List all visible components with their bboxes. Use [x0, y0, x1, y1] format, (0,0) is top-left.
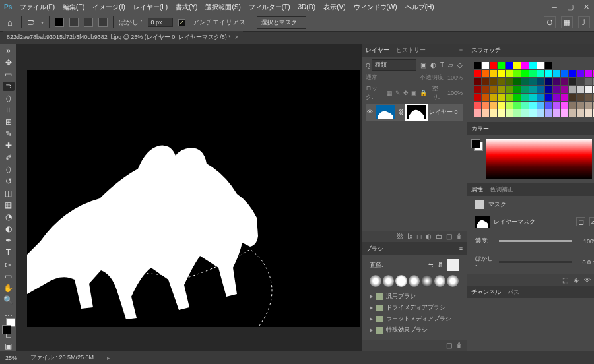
- color-fgbg[interactable]: [471, 139, 483, 151]
- lock-position-icon[interactable]: ✥: [403, 90, 409, 96]
- menu-image[interactable]: イメージ(I): [92, 3, 125, 12]
- selection-mode-intersect[interactable]: [98, 18, 108, 27]
- swatch[interactable]: [561, 102, 568, 109]
- swatch[interactable]: [577, 109, 584, 117]
- swatch[interactable]: [498, 70, 505, 77]
- zoom-tool[interactable]: 🔍: [3, 295, 15, 305]
- swatch[interactable]: [577, 78, 584, 85]
- pixel-mask-icon[interactable]: ◻: [576, 217, 585, 226]
- share-icon[interactable]: ⤴: [578, 16, 590, 28]
- swatch[interactable]: [513, 70, 521, 77]
- group-icon[interactable]: 🗀: [436, 233, 442, 240]
- blend-mode-select[interactable]: 通常: [366, 73, 378, 82]
- select-and-mask-button[interactable]: 選択とマスク...: [257, 16, 307, 29]
- swatch[interactable]: [521, 62, 529, 69]
- swatch[interactable]: [506, 94, 513, 101]
- swatch[interactable]: [506, 78, 513, 85]
- link-icon[interactable]: ⛓: [398, 109, 404, 115]
- swatch[interactable]: [553, 109, 560, 117]
- menu-layer[interactable]: レイヤー(L): [133, 3, 168, 12]
- swatch[interactable]: [498, 78, 505, 85]
- swatch[interactable]: [474, 78, 481, 85]
- brush-tip[interactable]: [370, 275, 381, 287]
- pen-tool[interactable]: ✒: [3, 236, 15, 245]
- brush-tip[interactable]: [421, 275, 433, 287]
- delete-layer-icon[interactable]: 🗑: [456, 233, 463, 240]
- color-spectrum[interactable]: [486, 139, 592, 179]
- brush-folder[interactable]: 特殊効果ブラシ: [370, 324, 459, 336]
- move-tool[interactable]: ✥: [3, 58, 15, 67]
- close-icon[interactable]: ✕: [582, 3, 590, 11]
- opacity-value[interactable]: 100%: [447, 75, 463, 81]
- tab-swatches[interactable]: スウォッチ: [471, 45, 501, 56]
- swatch[interactable]: [545, 70, 552, 77]
- selection-mode-subtract[interactable]: [84, 18, 93, 27]
- delete-brush-icon[interactable]: 🗑: [456, 342, 463, 349]
- swatch[interactable]: [474, 109, 481, 117]
- swatch[interactable]: [537, 109, 544, 117]
- swatch[interactable]: [537, 94, 544, 101]
- maximize-icon[interactable]: ▢: [566, 3, 574, 11]
- swatch[interactable]: [569, 78, 576, 85]
- swatch[interactable]: [553, 94, 560, 101]
- clone-stamp-tool[interactable]: ⬯: [3, 165, 15, 174]
- brush-tip[interactable]: [383, 275, 395, 287]
- layer-name[interactable]: レイヤー 0: [429, 108, 458, 117]
- swatch[interactable]: [506, 109, 513, 117]
- brush-folder[interactable]: ドライメディアブラシ: [370, 302, 459, 313]
- swatch[interactable]: [513, 62, 521, 69]
- menu-help[interactable]: ヘルプ(H): [405, 3, 434, 12]
- flip-y-icon[interactable]: ⇵: [438, 262, 443, 268]
- swatch[interactable]: [490, 78, 497, 85]
- shape-tool[interactable]: ▭: [3, 272, 15, 281]
- tab-properties[interactable]: 属性: [471, 184, 483, 195]
- swatch[interactable]: [537, 78, 544, 85]
- density-value[interactable]: 100%: [576, 238, 594, 245]
- load-selection-icon[interactable]: ⬚: [562, 276, 568, 284]
- frame-tool[interactable]: ⊞: [3, 117, 15, 127]
- swatch[interactable]: [498, 94, 505, 101]
- swatch[interactable]: [585, 94, 592, 101]
- foreground-background-colors[interactable]: [2, 325, 15, 327]
- mask-thumbnail[interactable]: [475, 216, 490, 228]
- menu-file[interactable]: ファイル(F): [20, 3, 55, 12]
- antialias-checkbox[interactable]: ✓: [178, 19, 185, 26]
- lock-artboard-icon[interactable]: ▣: [411, 90, 417, 96]
- quick-select-tool[interactable]: ⬯: [3, 94, 15, 103]
- swatch[interactable]: [521, 109, 529, 117]
- tab-brushes[interactable]: ブラシ: [366, 243, 383, 255]
- swatch[interactable]: [537, 70, 544, 77]
- swatch[interactable]: [513, 86, 521, 93]
- swatch[interactable]: [569, 94, 576, 101]
- swatch[interactable]: [498, 86, 505, 93]
- brush-folder[interactable]: 汎用ブラシ: [370, 291, 459, 302]
- swatch[interactable]: [561, 94, 568, 101]
- swatch[interactable]: [529, 86, 537, 93]
- swatch[interactable]: [513, 94, 521, 101]
- tab-paths[interactable]: パス: [508, 287, 519, 298]
- swatch[interactable]: [482, 86, 489, 93]
- link-layers-icon[interactable]: ⛓: [397, 233, 403, 240]
- lasso-tool[interactable]: ⊃: [3, 82, 15, 91]
- swatch[interactable]: [513, 78, 521, 85]
- feather-value[interactable]: 0.0 px: [576, 259, 594, 266]
- menu-select[interactable]: 選択範囲(S): [205, 3, 240, 12]
- swatch[interactable]: [506, 102, 513, 109]
- filter-adjust-icon[interactable]: ◐: [430, 61, 436, 69]
- zoom-level[interactable]: 25%: [5, 355, 17, 361]
- swatch[interactable]: [482, 78, 489, 85]
- menu-window[interactable]: ウィンドウ(W): [354, 3, 397, 12]
- swatch[interactable]: [545, 62, 552, 69]
- brush-tip[interactable]: [447, 275, 459, 287]
- swatch[interactable]: [474, 70, 481, 77]
- eyedropper-tool[interactable]: ✎: [3, 129, 15, 138]
- menu-3d[interactable]: 3D(D): [298, 3, 316, 11]
- document-tab[interactable]: 822d2ae78bab93015d72b3f40db9382_l.jpg @ …: [3, 31, 243, 44]
- swatch[interactable]: [482, 62, 489, 69]
- tab-close-icon[interactable]: ×: [235, 34, 239, 41]
- layer-mask-thumbnail[interactable]: [407, 105, 426, 119]
- swatch[interactable]: [482, 109, 489, 117]
- crop-tool[interactable]: ⌗: [3, 106, 15, 115]
- swatch[interactable]: [577, 86, 584, 93]
- screen-mode-icon[interactable]: ▣: [3, 342, 15, 351]
